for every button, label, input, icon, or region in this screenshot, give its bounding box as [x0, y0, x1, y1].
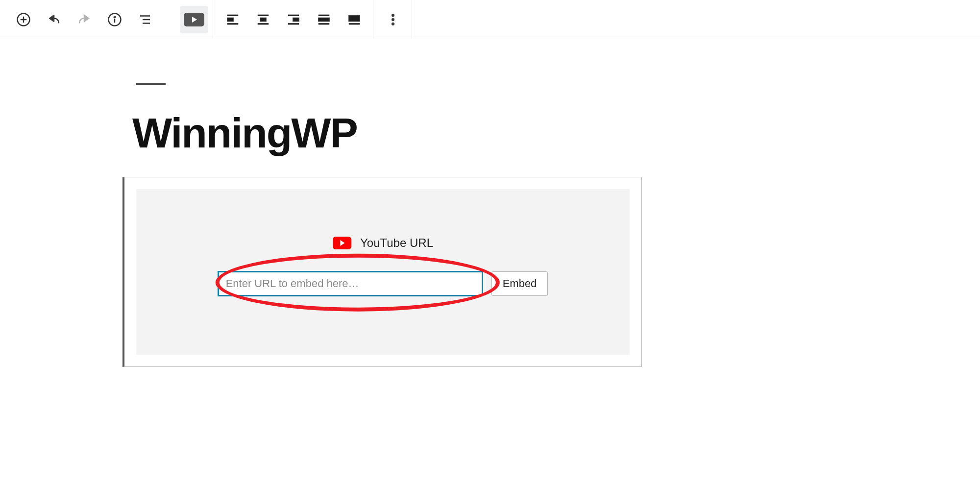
align-wide-icon [317, 12, 331, 27]
embed-label-text: YouTube URL [360, 236, 433, 250]
embed-button[interactable]: Embed [491, 271, 548, 296]
svg-rect-21 [349, 15, 360, 22]
youtube-embed-block[interactable]: YouTube URL Embed [122, 177, 642, 367]
svg-rect-16 [293, 18, 299, 22]
toolbar-group-document [5, 0, 164, 39]
svg-point-25 [392, 23, 394, 25]
align-full-button[interactable] [341, 6, 368, 33]
svg-point-24 [392, 18, 394, 21]
youtube-icon [333, 237, 351, 249]
editor-canvas: WinningWP YouTube URL Embed [0, 39, 980, 367]
post-content: WinningWP YouTube URL Embed [122, 83, 642, 367]
undo-button[interactable] [40, 6, 68, 33]
svg-rect-13 [260, 18, 267, 22]
embed-form: Embed [156, 271, 610, 296]
add-block-button[interactable] [10, 6, 37, 33]
add-circle-icon [16, 12, 31, 27]
toolbar-group-block-type [175, 0, 213, 39]
post-title[interactable]: WinningWP [132, 109, 642, 157]
align-center-button[interactable] [249, 6, 277, 33]
svg-rect-10 [227, 18, 234, 22]
align-right-icon [286, 12, 301, 27]
outline-button[interactable] [131, 6, 159, 33]
align-wide-button[interactable] [310, 6, 338, 33]
align-left-button[interactable] [219, 6, 246, 33]
info-icon [107, 12, 122, 27]
youtube-icon [184, 13, 204, 26]
undo-icon [47, 12, 61, 27]
embed-placeholder: YouTube URL Embed [136, 189, 630, 355]
align-right-button[interactable] [280, 6, 307, 33]
toolbar-group-more [374, 0, 412, 39]
svg-point-4 [114, 16, 116, 18]
svg-rect-19 [318, 18, 330, 22]
toolbar-group-align [214, 0, 373, 39]
embed-label-row: YouTube URL [156, 236, 610, 250]
title-divider [136, 83, 166, 85]
more-options-button[interactable] [379, 6, 407, 33]
list-outline-icon [138, 12, 152, 27]
block-type-button[interactable] [180, 6, 208, 33]
redo-icon [77, 12, 92, 27]
align-center-icon [256, 12, 270, 27]
info-button[interactable] [101, 6, 128, 33]
align-full-icon [347, 12, 362, 27]
editor-toolbar [0, 0, 980, 39]
embed-url-input[interactable] [218, 271, 483, 296]
svg-point-23 [392, 14, 394, 16]
align-left-icon [225, 12, 240, 27]
redo-button[interactable] [71, 6, 98, 33]
more-vertical-icon [386, 12, 400, 27]
